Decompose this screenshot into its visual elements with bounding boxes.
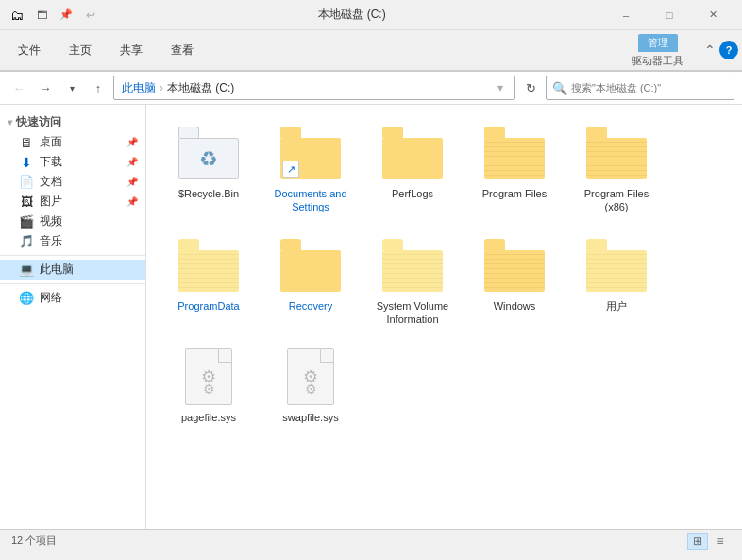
music-icon: 🎵 (19, 234, 34, 249)
window-title: 本地磁盘 (C:) (318, 7, 385, 23)
grid-view-button[interactable]: ⊞ (687, 533, 708, 550)
quick-access-arrow: ▾ (8, 117, 12, 127)
search-input[interactable] (571, 82, 728, 93)
file-item-perflogs[interactable]: PerfLogs (365, 116, 460, 221)
tab-drivetool[interactable]: 驱动器工具 (622, 52, 693, 70)
sidebar-item-pics[interactable]: 🖼 图片 📌 (0, 192, 145, 212)
undo-icon[interactable]: ↩ (81, 6, 100, 25)
help-button[interactable]: ? (719, 41, 738, 59)
view-buttons: ⊞ ≡ (687, 533, 731, 550)
file-item-recycle[interactable]: ♻ $Recycle.Bin (161, 116, 256, 221)
this-pc-label: 此电脑 (40, 262, 74, 278)
file-item-sysvolinfo[interactable]: System Volume Information (365, 229, 460, 333)
forward-button[interactable]: → (34, 76, 57, 99)
back-button[interactable]: ← (8, 76, 30, 99)
search-bar: 🔍 (546, 76, 734, 100)
file-item-recovery[interactable]: Recovery (263, 229, 358, 333)
music-label: 音乐 (40, 233, 62, 249)
maximize-button[interactable]: □ (648, 0, 691, 30)
sidebar-item-network[interactable]: 🌐 网络 (0, 288, 145, 308)
tab-share[interactable]: 共享 (106, 38, 157, 62)
sidebar-divider2 (0, 283, 145, 284)
breadcrumb-current: 本地磁盘 (C:) (167, 80, 234, 96)
docs-settings-icon: ↗ (277, 123, 345, 183)
recovery-label: Recovery (289, 299, 332, 313)
file-item-program-files[interactable]: Program Files (467, 116, 562, 221)
network-icon: 🌐 (19, 291, 34, 306)
sysvolinfo-label: System Volume Information (372, 299, 453, 327)
tab-home[interactable]: 主页 (55, 38, 106, 62)
quick-access-header[interactable]: ▾ 快速访问 (0, 112, 145, 132)
pin-docs: 📌 (126, 177, 138, 187)
file-item-windows[interactable]: Windows (467, 229, 562, 333)
breadcrumb-computer[interactable]: 此电脑 (122, 80, 156, 96)
pin-icon[interactable]: 📌 (57, 6, 76, 25)
title-bar-icons: 🗂 🗔 📌 ↩ (8, 6, 100, 25)
this-pc-icon: 💻 (19, 263, 34, 278)
perflogs-icon (379, 123, 447, 183)
sidebar-item-docs[interactable]: 📄 文档 📌 (0, 172, 145, 192)
refresh-button[interactable]: ↻ (519, 76, 542, 99)
sidebar-divider1 (0, 255, 145, 256)
video-label: 视频 (40, 213, 62, 229)
desktop-label: 桌面 (40, 134, 62, 150)
window-controls: – □ ✕ (604, 0, 734, 30)
up-button[interactable]: ↑ (87, 76, 110, 99)
program-files-icon (481, 123, 548, 183)
new-window-icon[interactable]: 🗔 (32, 6, 51, 25)
recovery-icon (277, 235, 345, 296)
swapfile-icon: ⚙ ⚙ (277, 347, 345, 407)
swapfile-label: swapfile.sys (282, 411, 338, 424)
docs-icon: 📄 (19, 175, 34, 190)
quick-access-label: 快速访问 (16, 114, 61, 130)
main-layout: ▾ 快速访问 🖥 桌面 📌 ⬇ 下载 📌 📄 文档 📌 🖼 图片 � (0, 105, 742, 529)
address-bar: ← → ▾ ↑ 此电脑 › 本地磁盘 (C:) ▾ ↻ 🔍 (0, 72, 742, 105)
sidebar-item-music[interactable]: 🎵 音乐 (0, 231, 145, 251)
ribbon-collapse-icon[interactable]: ⌃ (700, 41, 719, 59)
program-data-label: ProgramData (177, 299, 239, 313)
title-bar: 🗂 🗔 📌 ↩ 本地磁盘 (C:) – □ ✕ (0, 0, 742, 30)
sidebar-item-download[interactable]: ⬇ 下载 📌 (0, 152, 145, 172)
windows-label: Windows (494, 299, 536, 313)
download-label: 下载 (40, 154, 62, 170)
sidebar-item-this-pc[interactable]: 💻 此电脑 (0, 260, 145, 280)
network-label: 网络 (40, 290, 62, 306)
download-icon: ⬇ (19, 155, 34, 170)
pin-desktop: 📌 (126, 137, 138, 147)
file-item-users[interactable]: 用户 (569, 229, 664, 333)
program-files-x86-label: Program Files (x86) (576, 187, 657, 214)
file-grid: ♻ $Recycle.Bin ↗ Documents and Settings (161, 116, 727, 431)
video-icon: 🎬 (19, 214, 34, 229)
file-item-docs-settings[interactable]: ↗ Documents and Settings (263, 116, 358, 221)
windows-folder-icon (481, 235, 548, 296)
recent-locations-button[interactable]: ▾ (60, 76, 83, 99)
dropdown-arrow[interactable]: ▾ (497, 81, 503, 94)
perflogs-label: PerfLogs (392, 187, 433, 200)
status-bar: 12 个项目 ⊞ ≡ (0, 529, 742, 552)
breadcrumb-bar: 此电脑 › 本地磁盘 (C:) ▾ (113, 76, 515, 100)
list-view-button[interactable]: ≡ (710, 533, 731, 550)
file-item-pagefile[interactable]: ⚙ ⚙ pagefile.sys (161, 340, 256, 431)
tab-view[interactable]: 查看 (157, 38, 208, 62)
minimize-button[interactable]: – (604, 0, 648, 30)
file-area: ♻ $Recycle.Bin ↗ Documents and Settings (146, 105, 742, 529)
item-count: 12 个项目 (11, 534, 57, 548)
pagefile-icon: ⚙ ⚙ (175, 347, 243, 407)
program-files-x86-icon (582, 123, 650, 183)
breadcrumb-sep1: › (160, 81, 163, 94)
tab-manage[interactable]: 管理 (638, 34, 678, 52)
pagefile-label: pagefile.sys (181, 411, 236, 424)
sidebar-item-video[interactable]: 🎬 视频 (0, 212, 145, 231)
sidebar-item-desktop[interactable]: 🖥 桌面 📌 (0, 132, 145, 152)
app-icon: 🗂 (8, 6, 26, 25)
file-item-swapfile[interactable]: ⚙ ⚙ swapfile.sys (263, 340, 358, 431)
desktop-icon: 🖥 (19, 135, 34, 150)
program-data-icon (175, 235, 243, 296)
tab-file[interactable]: 文件 (4, 38, 55, 62)
file-item-program-data[interactable]: ProgramData (161, 229, 256, 333)
ribbon-tabs: 文件 主页 共享 查看 (0, 38, 208, 62)
close-button[interactable]: ✕ (691, 0, 734, 30)
pics-label: 图片 (40, 194, 62, 210)
users-label: 用户 (606, 299, 627, 313)
file-item-program-files-x86[interactable]: Program Files (x86) (569, 116, 664, 221)
